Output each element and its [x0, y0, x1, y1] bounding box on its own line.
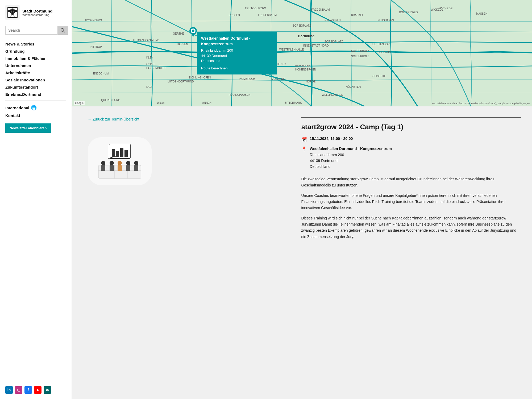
svg-text:INNENSTADT-NORD: INNENSTADT-NORD	[303, 44, 329, 47]
nav-item-immobilien[interactable]: Immobilien & Flächen	[5, 55, 66, 62]
svg-text:MENGEDE: MENGEDE	[271, 77, 285, 80]
search-area	[5, 26, 66, 35]
svg-text:ANNEN: ANNEN	[202, 101, 211, 104]
nav-item-unternehmen[interactable]: Unternehmen	[5, 62, 66, 69]
event-title: start2grow 2024 - Camp (Tag 1)	[301, 123, 521, 131]
nav-item-erlebnis[interactable]: Erlebnis.Dortmund	[5, 91, 66, 98]
social-xing[interactable]: ✖	[44, 386, 51, 394]
map-route-link[interactable]: Route berechnen	[201, 66, 228, 70]
svg-rect-74	[124, 150, 128, 157]
back-link-text: Zurück zur Termin-Übersicht	[93, 117, 139, 121]
event-date-row: 📅 15.11.2024, 15:00 - 20:00	[301, 136, 521, 143]
svg-text:Witten: Witten	[157, 101, 164, 104]
svg-rect-83	[110, 165, 114, 171]
svg-text:HÖRDE: HÖRDE	[306, 80, 315, 83]
event-date: 15.11.2024, 15:00 - 20:00	[310, 136, 353, 141]
nav-item-international[interactable]: International 🌐	[5, 103, 66, 112]
svg-point-84	[118, 161, 122, 165]
event-location-name: Westfalenhallen Dortmund - Kongresszentr…	[310, 146, 392, 152]
social-facebook[interactable]: f	[24, 386, 32, 394]
svg-rect-73	[120, 148, 123, 157]
event-left: ← Zurück zur Termin-Übersicht	[88, 117, 298, 388]
search-button[interactable]	[58, 26, 68, 35]
svg-text:HOMBRUCH: HOMBRUCH	[239, 77, 255, 80]
svg-text:HÖHENBERGEN: HÖHENBERGEN	[295, 68, 316, 71]
svg-text:LICHTENDORF: LICHTENDORF	[372, 43, 391, 46]
social-youtube[interactable]: ▶	[34, 386, 41, 394]
event-desc-p2: Unsere Coaches beantworten offene Fragen…	[301, 193, 521, 211]
svg-point-82	[110, 161, 114, 165]
nav-item-gruendung[interactable]: Gründung	[5, 48, 66, 55]
svg-text:OSPEL: OSPEL	[146, 63, 155, 66]
svg-text:DOLLERSWEG: DOLLERSWEG	[399, 11, 418, 14]
svg-text:Dortmund: Dortmund	[298, 34, 314, 38]
svg-text:HILTROP: HILTROP	[90, 45, 102, 48]
event-location-city: 44139 Dortmund	[310, 158, 392, 164]
event-divider	[301, 117, 521, 118]
nav-item-zukunft[interactable]: Zukunftsstandort	[5, 84, 66, 91]
map-pin[interactable]	[189, 27, 197, 39]
logo-text-block: Stadt Dortmund Wirtschaftsförderung	[22, 9, 52, 16]
svg-rect-72	[116, 151, 119, 157]
svg-text:TEUTOBURGW: TEUTOBURGW	[245, 7, 266, 10]
svg-text:RÜDINGHAUSEN: RÜDINGHAUSEN	[229, 93, 250, 96]
svg-rect-85	[118, 165, 122, 171]
svg-text:KLEY: KLEY	[146, 56, 153, 59]
logo-title: Stadt Dortmund	[22, 9, 52, 13]
svg-rect-89	[134, 165, 138, 171]
event-location: Westfalenhallen Dortmund - Kongresszentr…	[310, 146, 392, 170]
newsletter-button[interactable]: Newsletter abonnieren	[5, 123, 51, 133]
back-link[interactable]: ← Zurück zur Termin-Übersicht	[88, 117, 139, 121]
social-instagram[interactable]: ◯	[15, 386, 22, 394]
svg-rect-8	[11, 11, 14, 15]
event-location-country: Deutschland	[310, 164, 392, 169]
map-popup-address: Rheinlanddamm 200 44139 Dortmund Deutsch…	[201, 48, 272, 64]
svg-text:FREDENBAUM: FREDENBAUM	[311, 8, 330, 11]
social-linkedin[interactable]: in	[5, 386, 13, 394]
svg-text:BORSIGPLATZ: BORSIGPLATZ	[325, 40, 343, 43]
svg-point-6	[8, 10, 11, 12]
svg-text:HÖCHSTEN: HÖCHSTEN	[346, 85, 361, 88]
social-icons: in ◯ f ▶ ✖	[5, 378, 66, 394]
svg-text:FLUGHAFEN: FLUGHAFEN	[378, 19, 394, 22]
svg-text:HARPEN: HARPEN	[177, 43, 188, 46]
event-location-row: 📍 Westfalenhallen Dortmund - Kongresszen…	[301, 146, 521, 170]
svg-point-86	[126, 161, 130, 165]
svg-text:EICHLINGHOFEN: EICHLINGHOFEN	[189, 76, 211, 79]
svg-text:BORSIGPLATZ: BORSIGPLATZ	[293, 24, 311, 27]
svg-point-80	[101, 161, 105, 165]
main-content: TEUTOBURGW GYSENBERG HILTROP ENBOCHUM LA…	[72, 0, 532, 399]
nav-item-kontakt[interactable]: Kontakt	[5, 112, 66, 119]
svg-text:BERGHOFEN: BERGHOFEN	[295, 64, 310, 67]
calendar-icon: 📅	[301, 137, 307, 143]
event-desc-p1: Die zweitägige Veranstaltung start2grow …	[301, 176, 521, 188]
svg-text:BITTERMARK: BITTERMARK	[285, 101, 302, 104]
svg-point-7	[14, 10, 17, 12]
nav-item-soziale[interactable]: Soziale Innovationen	[5, 76, 66, 84]
map-popup: Westfalenhallen Dortmund - Kongresszentr…	[197, 32, 277, 74]
event-content: ← Zurück zur Termin-Übersicht	[72, 106, 532, 399]
svg-text:WESTFALENHALLE: WESTFALENHALLE	[279, 48, 304, 51]
sidebar: Stadt Dortmund Wirtschaftsförderung News…	[0, 0, 72, 399]
illustration-svg	[93, 141, 146, 181]
svg-text:WELLINGHOFEN: WELLINGHOFEN	[322, 93, 343, 96]
nav-divider	[5, 101, 66, 101]
event-desc-p3: Dieses Training wird sich nicht nur bei …	[301, 215, 521, 240]
svg-text:GERTHE: GERTHE	[173, 32, 184, 35]
search-icon	[60, 28, 65, 33]
search-input[interactable]	[5, 26, 58, 35]
svg-text:GYSENBERG: GYSENBERG	[85, 19, 102, 22]
svg-text:GEISECKE: GEISECKE	[372, 75, 386, 78]
svg-text:BRACKEL: BRACKEL	[351, 14, 364, 16]
logo-subtitle: Wirtschaftsförderung	[22, 13, 52, 16]
svg-text:FREDENBAUM: FREDENBAUM	[258, 14, 277, 16]
nav-item-arbeitskraefte[interactable]: Arbeitskräfte	[5, 69, 66, 76]
nav-item-news[interactable]: News & Stories	[5, 40, 66, 48]
event-illustration	[88, 137, 152, 185]
svg-marker-69	[192, 34, 195, 37]
international-label: International	[5, 106, 29, 110]
svg-rect-71	[112, 149, 115, 157]
svg-text:HOLZWICKEDE: HOLZWICKEDE	[378, 51, 397, 54]
flag-icon: 🌐	[31, 105, 37, 111]
event-location-street: Rheinlanddamm 200	[310, 152, 392, 158]
